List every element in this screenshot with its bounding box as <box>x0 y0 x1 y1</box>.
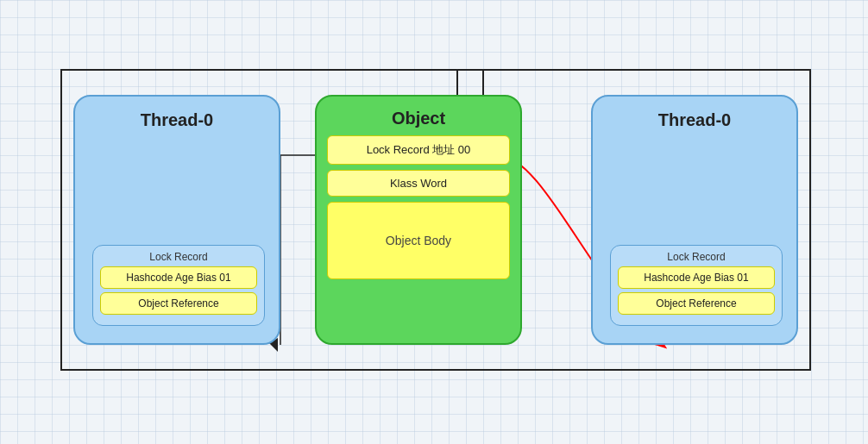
lock-record-box-left: Lock Record Hashcode Age Bias 01 Object … <box>92 245 265 326</box>
lock-record-label-left: Lock Record <box>100 251 257 263</box>
object-title: Object <box>317 109 520 128</box>
thread-right-title: Thread-0 <box>593 110 796 130</box>
object-ref-cell-left: Object Reference <box>100 292 257 315</box>
object-ref-cell-right: Object Reference <box>618 292 775 315</box>
klass-word-cell: Klass Word <box>327 170 510 197</box>
diagram-container: Thread-0 Lock Record Hashcode Age Bias 0… <box>60 69 811 371</box>
hashcode-cell-left: Hashcode Age Bias 01 <box>100 266 257 289</box>
lock-record-label-right: Lock Record <box>618 251 775 263</box>
object-body-cell: Object Body <box>327 202 510 279</box>
thread-left-title: Thread-0 <box>75 110 279 130</box>
lock-record-address-cell: Lock Record 地址 00 <box>327 135 510 165</box>
object-box: Object Lock Record 地址 00 Klass Word Obje… <box>315 95 522 345</box>
thread-box-left: Thread-0 Lock Record Hashcode Age Bias 0… <box>73 95 280 345</box>
hashcode-cell-right: Hashcode Age Bias 01 <box>618 266 775 289</box>
thread-box-right: Thread-0 Lock Record Hashcode Age Bias 0… <box>591 95 798 345</box>
lock-record-box-right: Lock Record Hashcode Age Bias 01 Object … <box>610 245 783 326</box>
